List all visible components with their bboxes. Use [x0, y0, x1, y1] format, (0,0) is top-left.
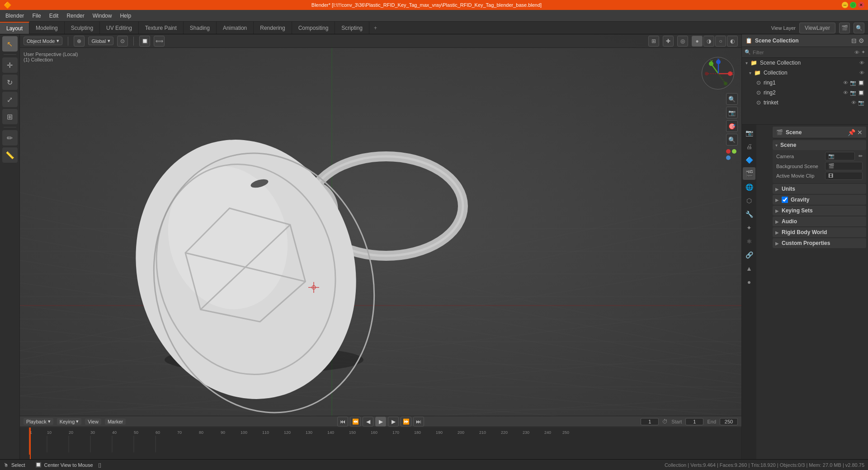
prop-bg-scene-value[interactable]: 🎬: [825, 162, 863, 170]
tool-scale[interactable]: ⤢: [2, 92, 18, 107]
prop-tab-scene[interactable]: 🎬: [743, 167, 755, 180]
prop-tab-material[interactable]: ●: [743, 276, 755, 288]
tool-rotate[interactable]: ↻: [2, 75, 18, 90]
prop-tab-view-layer[interactable]: 🔷: [743, 154, 755, 166]
prop-tab-particles[interactable]: ✦: [743, 221, 755, 234]
view-layer-dropdown[interactable]: ViewLayer: [799, 23, 835, 33]
outliner-scene-collection[interactable]: ▾ 📁 Scene Collection 👁: [742, 58, 868, 68]
menu-help[interactable]: Help: [116, 12, 135, 20]
timeline-playback-menu[interactable]: Playback ▾: [24, 418, 53, 425]
timeline-marker-menu[interactable]: Marker: [105, 418, 126, 425]
prop-camera-value[interactable]: 📷: [825, 152, 855, 160]
ring1-render[interactable]: 🔲: [858, 80, 864, 86]
viewport-overlay-btn[interactable]: ⊞: [648, 36, 659, 47]
tab-uv-editing[interactable]: UV Editing: [100, 22, 139, 34]
viewport-gizmo-btn[interactable]: ✚: [663, 36, 674, 47]
shading-solid[interactable]: ●: [692, 36, 703, 47]
shading-eevee[interactable]: ◐: [727, 36, 738, 47]
prop-camera-edit[interactable]: ✏: [859, 153, 863, 159]
add-workspace-button[interactable]: +: [369, 23, 382, 33]
prop-tab-output[interactable]: 🖨: [743, 140, 755, 153]
viewport-focus[interactable]: 🎯: [726, 120, 738, 132]
tool-transform[interactable]: ⊞: [2, 109, 18, 124]
viewport[interactable]: Object Mode ▾ ⊕ Global ▾ ⊙ 🔲 ⟺ ⊞ ✚ ◎: [20, 34, 741, 416]
timeline-playhead[interactable]: [30, 428, 31, 459]
scene-section-header[interactable]: ▾ Scene: [773, 140, 866, 150]
tab-animation[interactable]: Animation: [217, 22, 254, 34]
prop-tab-physics[interactable]: ⚛: [743, 235, 755, 248]
menu-file[interactable]: File: [28, 12, 44, 20]
keying-sets-header[interactable]: ▶ Keying Sets: [773, 206, 866, 216]
expand-scene-collection[interactable]: ▾: [745, 61, 748, 66]
tab-compositing[interactable]: Compositing: [292, 22, 335, 34]
trinket-visibility[interactable]: 👁: [851, 100, 856, 106]
tab-modeling[interactable]: Modeling: [29, 22, 65, 34]
ring1-visibility[interactable]: 👁: [843, 80, 848, 86]
prop-tab-world[interactable]: 🌐: [743, 181, 755, 193]
object-mode-select[interactable]: Object Mode ▾: [24, 37, 62, 45]
minimize-button[interactable]: ─: [842, 2, 848, 8]
audio-section-header[interactable]: ▶ Audio: [773, 216, 866, 226]
outliner-settings-icon[interactable]: ⚙: [859, 37, 864, 44]
viewport-xray-btn[interactable]: ◎: [677, 36, 688, 47]
tab-scripting[interactable]: Scripting: [335, 22, 369, 34]
custom-props-header[interactable]: ▶ Custom Properties: [773, 238, 866, 248]
visibility-all-icon[interactable]: 👁: [854, 50, 859, 55]
prop-tab-render[interactable]: 📷: [743, 127, 755, 139]
scene-props-pin[interactable]: 📌: [848, 129, 855, 136]
viewport-canvas[interactable]: [20, 34, 741, 416]
mirror-btn[interactable]: ⟺: [154, 36, 165, 47]
snap-btn[interactable]: 🔲: [139, 36, 150, 47]
prop-movie-clip-value[interactable]: 🎞: [825, 172, 863, 180]
close-button[interactable]: ✕: [858, 2, 864, 8]
timeline-keying-menu[interactable]: Keying ▾: [57, 418, 82, 425]
outliner-ring1[interactable]: ⊙ ring1 👁 📷 🔲: [742, 78, 868, 88]
gravity-section-header[interactable]: ▶ Gravity: [773, 195, 866, 205]
tab-layout[interactable]: Layout: [0, 22, 29, 34]
viewport-zoom-in[interactable]: 🔍: [726, 93, 738, 105]
prop-tab-modifier[interactable]: 🔧: [743, 208, 755, 221]
expand-collection[interactable]: ▾: [749, 70, 751, 75]
proportional-edit-btn[interactable]: ⊙: [117, 36, 128, 47]
scene-props-close[interactable]: ✕: [857, 129, 863, 136]
outliner-trinket[interactable]: ⊙ trinket 👁 📷: [742, 98, 868, 108]
ring2-render[interactable]: 🔲: [858, 90, 864, 96]
navigation-gizmo[interactable]: X Y Z: [702, 57, 734, 89]
gravity-checkbox[interactable]: [782, 197, 788, 203]
outliner-collection[interactable]: ▾ 📁 Collection 👁: [742, 68, 868, 78]
play-btn[interactable]: ▶: [375, 417, 386, 427]
timeline-view-menu[interactable]: View: [85, 418, 101, 425]
units-section-header[interactable]: ▶ Units: [773, 184, 866, 194]
rigid-body-header[interactable]: ▶ Rigid Body World: [773, 227, 866, 237]
viewport-search[interactable]: 🔍: [726, 134, 738, 146]
prop-tab-constraints[interactable]: 🔗: [743, 249, 755, 261]
outliner-ring2[interactable]: ⊙ ring2 👁 📷 🔲: [742, 88, 868, 98]
global-select[interactable]: Global ▾: [88, 37, 113, 45]
gizmo-sphere[interactable]: X Y Z: [702, 57, 734, 89]
collection-visibility[interactable]: 👁: [859, 70, 864, 75]
trinket-camera[interactable]: 📷: [858, 100, 864, 106]
jump-start-btn[interactable]: ⏮: [337, 417, 348, 427]
menu-render[interactable]: Render: [63, 12, 88, 20]
next-keyframe-btn[interactable]: ⏩: [401, 417, 411, 427]
search-button[interactable]: 🔍: [854, 23, 864, 33]
current-frame[interactable]: 1: [641, 418, 659, 425]
end-frame[interactable]: 250: [720, 418, 738, 425]
scene-selector[interactable]: 🎬: [839, 23, 850, 33]
tab-texture-paint[interactable]: Texture Paint: [139, 22, 184, 34]
jump-end-btn[interactable]: ⏭: [413, 417, 424, 427]
menu-edit[interactable]: Edit: [46, 12, 62, 20]
tab-shading[interactable]: Shading: [184, 22, 217, 34]
viewport-gizmo-toggle[interactable]: ⊕: [74, 36, 85, 47]
start-frame[interactable]: 1: [685, 418, 703, 425]
outliner-filter-input[interactable]: [753, 50, 853, 55]
tab-rendering[interactable]: Rendering: [254, 22, 292, 34]
timeline-ruler[interactable]: 1 10 20 30 40 50 60 70 80 90 100 110 120…: [20, 427, 741, 459]
step-forward-btn[interactable]: ▶: [388, 417, 399, 427]
prev-keyframe-btn[interactable]: ⏪: [350, 417, 361, 427]
tool-move[interactable]: ✛: [2, 57, 18, 73]
prop-tab-object[interactable]: ⬡: [743, 194, 755, 207]
prop-tab-data[interactable]: ▲: [743, 262, 755, 275]
menu-blender[interactable]: Blender: [2, 12, 28, 20]
ring1-camera[interactable]: 📷: [850, 80, 856, 86]
